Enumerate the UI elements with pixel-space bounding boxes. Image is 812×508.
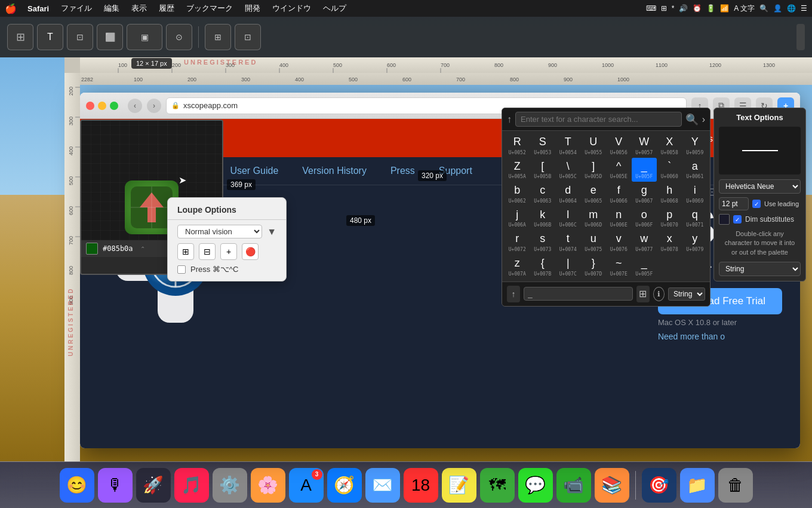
char-cell[interactable]: oU+006F <box>632 206 657 231</box>
apple-menu[interactable]: 🍎 <box>5 3 17 14</box>
menu-help[interactable]: ヘルプ <box>318 2 351 15</box>
dock-icon-maps[interactable]: 🗺 <box>480 468 515 503</box>
dock-icon-app-store[interactable]: A3 <box>289 468 324 503</box>
dock-icon-safari[interactable]: 🧭 <box>327 468 362 503</box>
menu-file[interactable]: ファイル <box>56 2 97 15</box>
dock-icon-facetime[interactable]: 📹 <box>556 468 591 503</box>
dock-icon-notes[interactable]: 📝 <box>442 468 476 503</box>
char-cell[interactable]: dU+0064 <box>555 182 581 206</box>
text-color-swatch[interactable] <box>719 214 730 225</box>
char-search-input[interactable] <box>515 112 682 127</box>
char-cell[interactable]: yU+0079 <box>682 230 708 255</box>
char-cell[interactable]: wU+0077 <box>632 230 657 255</box>
dock-icon-messages[interactable]: 💬 <box>518 468 553 503</box>
char-cell[interactable]: zU+007A <box>505 255 530 279</box>
toolbar-button-fill[interactable]: ▣ <box>127 24 162 50</box>
menu-window[interactable]: ウインドウ <box>267 2 316 15</box>
char-cell[interactable]: vU+0076 <box>606 230 632 255</box>
char-cell[interactable]: [U+005B <box>530 158 556 182</box>
char-next-icon[interactable]: › <box>702 114 705 125</box>
toolbar-button-text[interactable]: T <box>37 24 63 50</box>
char-cell[interactable]: jU+006A <box>505 206 530 231</box>
dock-icon-folder[interactable]: 📁 <box>680 468 715 503</box>
char-string-input[interactable] <box>524 287 633 301</box>
char-cell[interactable]: eU+0065 <box>581 182 607 206</box>
char-cell[interactable]: iU+0069 <box>682 182 708 206</box>
dock-icon-photos[interactable]: 🌸 <box>251 468 285 503</box>
char-cell[interactable]: sU+0073 <box>530 230 556 255</box>
menu-icon[interactable]: ☰ <box>801 4 807 13</box>
dock-icon-music[interactable]: 🎵 <box>174 468 209 503</box>
char-cell[interactable]: kU+006B <box>530 206 556 231</box>
dock-icon-books[interactable]: 📚 <box>595 468 629 503</box>
dock-icon-finder[interactable]: 😊 <box>60 468 94 503</box>
char-cell[interactable]: nU+006E <box>606 206 632 231</box>
char-cell[interactable]: xU+0078 <box>657 230 682 255</box>
search-icon[interactable]: 🔍 <box>759 4 768 13</box>
toolbar-button-grid[interactable]: ⊞ <box>7 24 33 50</box>
char-cell[interactable]: cU+0063 <box>530 182 556 206</box>
user-guide-link[interactable]: User Guide <box>230 166 278 176</box>
char-cell[interactable]: `U+0060 <box>657 158 682 182</box>
dock-icon-trash[interactable]: 🗑 <box>718 468 753 503</box>
back-button[interactable]: ‹ <box>128 99 142 113</box>
char-cell[interactable]: WU+0057 <box>632 133 657 158</box>
use-leading-check[interactable]: ✓ <box>752 200 761 208</box>
menu-develop[interactable]: 開発 <box>240 2 265 15</box>
menu-safari[interactable]: Safari <box>23 3 54 14</box>
char-cell[interactable]: qU+0071 <box>682 206 708 231</box>
char-cell[interactable]: XU+0058 <box>657 133 682 158</box>
grid-icon-small[interactable]: ⊞ <box>177 243 194 260</box>
plus-icon[interactable]: + <box>220 243 237 260</box>
char-cell[interactable]: pU+0070 <box>657 206 682 231</box>
char-cell[interactable]: {U+007B <box>530 255 556 279</box>
char-cell[interactable]: ^U+005E <box>606 158 632 182</box>
font-size-input[interactable] <box>719 197 749 210</box>
char-cell[interactable]: YU+0059 <box>682 133 708 158</box>
char-cell[interactable]: mU+006D <box>581 206 607 231</box>
char-cell[interactable]: \U+005C <box>555 158 581 182</box>
char-type-select[interactable]: String Char <box>668 287 705 301</box>
char-cell[interactable]: rU+0072 <box>505 230 530 255</box>
char-grid-btn[interactable]: ⊞ <box>636 286 650 302</box>
char-cell[interactable]: ]U+005D <box>581 158 607 182</box>
char-cell[interactable]: uU+0075 <box>581 230 607 255</box>
toolbar-button-grid2[interactable]: ⊞ <box>205 24 231 50</box>
char-cell[interactable]: RU+0052 <box>505 133 530 158</box>
char-cell[interactable]: fU+0066 <box>606 182 632 206</box>
char-cell[interactable]: UU+0055 <box>581 133 607 158</box>
more-info-link[interactable]: Need more than o <box>658 332 782 341</box>
version-history-link[interactable]: Version History <box>302 166 367 176</box>
char-cell[interactable]: TU+0054 <box>555 133 581 158</box>
menu-edit[interactable]: 編集 <box>99 2 124 15</box>
toolbar-button-frame[interactable]: ⊡ <box>67 24 93 50</box>
vision-mode-select[interactable]: Normal vision Color blind <box>177 225 262 238</box>
char-cell[interactable]: _U+005F <box>632 255 657 279</box>
press-checkbox[interactable] <box>177 265 186 274</box>
char-cell[interactable]: bU+0062 <box>505 182 530 206</box>
menu-history[interactable]: 履歴 <box>154 2 179 15</box>
dim-substitutes-check[interactable]: ✓ <box>733 215 742 224</box>
dock-icon-calendar[interactable]: 18 <box>404 468 438 503</box>
char-search-icon[interactable]: 🔍 <box>685 113 699 126</box>
color-stepper[interactable]: ⌃ <box>140 246 145 252</box>
char-cell[interactable]: ~U+007E <box>606 255 632 279</box>
dropper-icon[interactable]: 🔴 <box>242 243 259 260</box>
text-type-select[interactable]: String Char <box>719 262 801 276</box>
toolbar-button-frame2[interactable]: ⊡ <box>235 24 261 50</box>
char-cell[interactable]: lU+006C <box>555 206 581 231</box>
char-cell[interactable]: VU+0056 <box>606 133 632 158</box>
minimize-button[interactable] <box>98 102 106 110</box>
font-select[interactable]: Helvetica Neue <box>719 179 801 194</box>
char-info-btn[interactable]: ℹ <box>653 287 665 301</box>
char-panel-export-icon[interactable]: ↑ <box>507 114 512 125</box>
menu-view[interactable]: 表示 <box>127 2 152 15</box>
dock-icon-system-preferences[interactable]: ⚙️ <box>213 468 247 503</box>
char-cell[interactable]: _U+005F <box>632 158 657 182</box>
close-button[interactable] <box>86 102 94 110</box>
menu-bookmarks[interactable]: ブックマーク <box>182 2 238 15</box>
maximize-button[interactable] <box>110 102 118 110</box>
char-cell[interactable]: ZU+005A <box>505 158 530 182</box>
dock-icon-launchpad[interactable]: 🚀 <box>136 468 171 503</box>
dock-icon-siri[interactable]: 🎙 <box>98 468 133 503</box>
